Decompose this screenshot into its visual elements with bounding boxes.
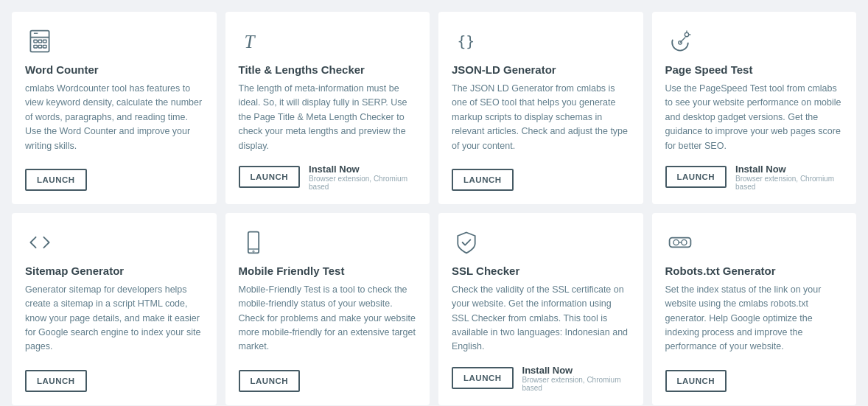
card-title-title-lengths-checker: Title & Lengths Checker bbox=[239, 63, 417, 76]
launch-button-page-speed-test[interactable]: LAUNCH bbox=[665, 166, 727, 188]
card-title-robots-txt-generator: Robots.txt Generator bbox=[665, 265, 844, 277]
card-title-mobile-friendly-test: Mobile Friendly Test bbox=[239, 265, 417, 277]
svg-point-19 bbox=[252, 251, 253, 252]
launch-button-json-ld-generator[interactable]: LAUNCH bbox=[452, 169, 514, 191]
card-desc-sitemap-generator: Generator sitemap for developers helps c… bbox=[25, 283, 203, 360]
card-footer-sitemap-generator: LAUNCH bbox=[25, 370, 203, 392]
install-block-page-speed-test: Install Now Browser extension, Chromium … bbox=[735, 164, 843, 191]
install-block-title-lengths-checker: Install Now Browser extension, Chromium … bbox=[309, 164, 416, 191]
card-page-speed-test: Page Speed Test Use the PageSpeed Test t… bbox=[652, 12, 857, 204]
svg-rect-7 bbox=[43, 45, 47, 48]
card-title-json-ld-generator: JSON-LD Generator bbox=[452, 63, 630, 76]
mobile-icon bbox=[239, 228, 268, 257]
card-word-counter: Word Counter cmlabs Wordcounter tool has… bbox=[12, 12, 217, 204]
svg-text:{}: {} bbox=[457, 33, 475, 50]
install-label-ssl-checker: Install Now bbox=[522, 365, 630, 376]
card-footer-json-ld-generator: LAUNCH bbox=[452, 169, 630, 191]
title-icon: T bbox=[239, 27, 268, 56]
launch-button-sitemap-generator[interactable]: LAUNCH bbox=[25, 370, 87, 392]
card-footer-page-speed-test: LAUNCH Install Now Browser extension, Ch… bbox=[665, 164, 844, 191]
launch-button-title-lengths-checker[interactable]: LAUNCH bbox=[239, 166, 301, 188]
svg-rect-3 bbox=[38, 40, 42, 43]
tools-grid: Word Counter cmlabs Wordcounter tool has… bbox=[12, 12, 856, 405]
card-footer-robots-txt-generator: LAUNCH bbox=[665, 370, 844, 392]
svg-point-14 bbox=[685, 32, 688, 36]
card-title-lengths-checker: T Title & Lengths Checker The length of … bbox=[225, 12, 430, 204]
install-sub-page-speed-test: Browser extension, Chromium based bbox=[735, 175, 843, 191]
card-title-word-counter: Word Counter bbox=[25, 63, 203, 76]
card-json-ld-generator: {} JSON-LD Generator The JSON LD Generat… bbox=[438, 12, 643, 204]
card-footer-title-lengths-checker: LAUNCH Install Now Browser extension, Ch… bbox=[239, 164, 417, 191]
card-robots-txt-generator: Robots.txt Generator Set the index statu… bbox=[652, 213, 857, 405]
card-ssl-checker: SSL Checker Check the validity of the SS… bbox=[438, 213, 643, 405]
card-footer-word-counter: LAUNCH bbox=[25, 169, 203, 191]
card-desc-mobile-friendly-test: Mobile-Friendly Test is a tool to check … bbox=[239, 283, 417, 360]
install-label-title-lengths-checker: Install Now bbox=[309, 164, 416, 175]
card-mobile-friendly-test: Mobile Friendly Test Mobile-Friendly Tes… bbox=[225, 213, 430, 405]
install-sub-ssl-checker: Browser extension, Chromium based bbox=[522, 376, 630, 392]
vr-icon bbox=[665, 228, 695, 257]
svg-line-13 bbox=[680, 38, 685, 43]
install-label-page-speed-test: Install Now bbox=[735, 164, 843, 175]
card-desc-ssl-checker: Check the validity of the SSL certificat… bbox=[452, 283, 630, 354]
card-desc-word-counter: cmlabs Wordcounter tool has features to … bbox=[25, 82, 203, 158]
card-desc-json-ld-generator: The JSON LD Generator from cmlabs is one… bbox=[452, 82, 630, 158]
svg-point-21 bbox=[673, 239, 679, 245]
card-sitemap-generator: Sitemap Generator Generator sitemap for … bbox=[12, 213, 217, 405]
svg-point-22 bbox=[681, 239, 686, 245]
launch-button-robots-txt-generator[interactable]: LAUNCH bbox=[665, 370, 727, 392]
card-footer-ssl-checker: LAUNCH Install Now Browser extension, Ch… bbox=[452, 365, 630, 392]
speedometer-icon bbox=[665, 27, 695, 56]
card-title-page-speed-test: Page Speed Test bbox=[665, 63, 844, 76]
svg-rect-4 bbox=[43, 40, 47, 43]
card-desc-robots-txt-generator: Set the index status of the link on your… bbox=[665, 283, 844, 360]
launch-button-word-counter[interactable]: LAUNCH bbox=[25, 169, 87, 191]
jsonld-icon: {} bbox=[452, 27, 481, 56]
launch-button-ssl-checker[interactable]: LAUNCH bbox=[452, 367, 514, 389]
install-block-ssl-checker: Install Now Browser extension, Chromium … bbox=[522, 365, 630, 392]
card-desc-title-lengths-checker: The length of meta-information must be i… bbox=[239, 82, 417, 153]
card-desc-page-speed-test: Use the PageSpeed Test tool from cmlabs … bbox=[665, 82, 844, 153]
svg-text:T: T bbox=[244, 32, 256, 52]
card-title-ssl-checker: SSL Checker bbox=[452, 265, 630, 277]
svg-rect-5 bbox=[34, 45, 38, 48]
shield-icon bbox=[452, 228, 481, 257]
svg-rect-2 bbox=[34, 40, 38, 43]
card-title-sitemap-generator: Sitemap Generator bbox=[25, 265, 203, 277]
svg-rect-6 bbox=[38, 45, 42, 48]
code-icon bbox=[25, 228, 55, 257]
svg-rect-17 bbox=[248, 231, 258, 253]
card-footer-mobile-friendly-test: LAUNCH bbox=[239, 370, 417, 392]
install-sub-title-lengths-checker: Browser extension, Chromium based bbox=[309, 175, 416, 191]
calculator-icon bbox=[25, 27, 55, 56]
launch-button-mobile-friendly-test[interactable]: LAUNCH bbox=[239, 370, 301, 392]
